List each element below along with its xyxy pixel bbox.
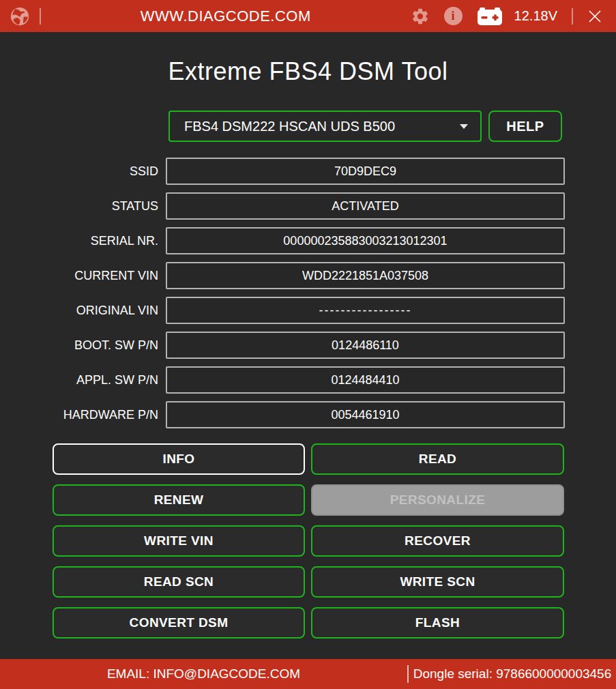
close-icon[interactable]: [587, 9, 602, 24]
globe-icon[interactable]: [10, 6, 30, 27]
field-label: APPL. SW P/N: [0, 373, 158, 387]
recover-button[interactable]: RECOVER: [311, 525, 564, 557]
write-vin-button[interactable]: WRITE VIN: [53, 525, 305, 557]
field-label: HARDWARE P/N: [0, 408, 158, 422]
original-vin-field[interactable]: -----------------: [166, 297, 565, 324]
field-label: BOOT. SW P/N: [0, 338, 158, 353]
field-row-original-vin: ORIGINAL VIN -----------------: [0, 297, 616, 324]
field-row-status: STATUS ACTIVATED: [0, 192, 616, 220]
titlebar: WWW.DIAGCODE.COM i 12.18V: [0, 0, 616, 32]
voltage-readout: 12.18V: [514, 8, 557, 24]
field-row-appl-sw-pn: APPL. SW P/N 0124484410: [0, 366, 616, 394]
page-title: Extreme FBS4 DSM Tool: [0, 57, 616, 86]
titlebar-title: WWW.DIAGCODE.COM: [41, 8, 411, 25]
help-button[interactable]: HELP: [488, 111, 562, 142]
chevron-down-icon: [460, 124, 468, 129]
read-scn-button[interactable]: READ SCN: [53, 566, 305, 598]
field-row-boot-sw-pn: BOOT. SW P/N 0124486110: [0, 332, 616, 359]
battery-icon: [477, 7, 503, 26]
current-vin-field[interactable]: WDD2221851A037508: [166, 262, 565, 289]
info-icon[interactable]: i: [444, 7, 463, 25]
field-label: CURRENT VIN: [0, 269, 158, 283]
field-label: STATUS: [0, 199, 158, 214]
email-text: EMAIL: INFO@DIAGCODE.COM: [0, 666, 407, 681]
module-select[interactable]: FBS4 DSM222 HSCAN UDS B500: [168, 111, 482, 142]
read-button[interactable]: READ: [311, 443, 564, 475]
renew-button[interactable]: RENEW: [53, 484, 305, 516]
actions-panel: INFO READ RENEW PERSONALIZE WRITE VIN RE…: [53, 443, 564, 639]
field-row-serial-nr: SERIAL NR. 000000235883003213012301: [0, 227, 616, 254]
field-row-current-vin: CURRENT VIN WDD2221851A037508: [0, 262, 616, 289]
fields-panel: SSID 70D9DEC9 STATUS ACTIVATED SERIAL NR…: [0, 158, 616, 436]
field-row-hardware-pn: HARDWARE P/N 0054461910: [0, 401, 616, 428]
appl-sw-pn-field[interactable]: 0124484410: [166, 366, 565, 394]
personalize-button: PERSONALIZE: [311, 484, 564, 516]
hardware-pn-field[interactable]: 0054461910: [166, 401, 565, 428]
status-field[interactable]: ACTIVATED: [166, 192, 565, 220]
app-window: WWW.DIAGCODE.COM i 12.18V: [0, 0, 616, 689]
dongle-serial-text: Dongle serial: 9786600000003456: [409, 666, 616, 681]
field-label: ORIGINAL VIN: [0, 304, 158, 318]
boot-sw-pn-field[interactable]: 0124486110: [166, 332, 565, 359]
gear-icon[interactable]: [411, 7, 430, 26]
flash-button[interactable]: FLASH: [311, 607, 564, 639]
write-scn-button[interactable]: WRITE SCN: [311, 566, 564, 598]
info-button[interactable]: INFO: [53, 443, 305, 475]
convert-dsm-button[interactable]: CONVERT DSM: [53, 607, 305, 639]
field-label: SSID: [0, 164, 158, 179]
titlebar-divider-right: [572, 8, 573, 25]
field-row-ssid: SSID 70D9DEC9: [0, 158, 616, 185]
serial-nr-field[interactable]: 000000235883003213012301: [166, 227, 565, 254]
field-label: SERIAL NR.: [0, 234, 158, 248]
status-bar: EMAIL: INFO@DIAGCODE.COM Dongle serial: …: [0, 659, 616, 689]
ssid-field[interactable]: 70D9DEC9: [166, 158, 565, 185]
module-select-value: FBS4 DSM222 HSCAN UDS B500: [184, 119, 460, 134]
